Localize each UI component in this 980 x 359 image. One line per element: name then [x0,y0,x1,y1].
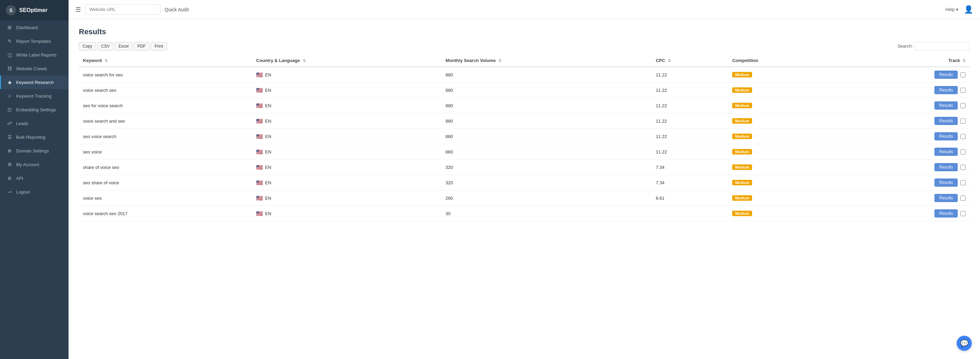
language-0: EN [265,72,271,78]
sidebar-item-domain-settings[interactable]: ⊕ Domain Settings [0,144,68,157]
sidebar-item-bulk-reporting[interactable]: ☰ Bulk Reporting [0,130,68,144]
cell-track-8: Results [840,191,970,206]
csv-button[interactable]: CSV [97,42,113,50]
sidebar-label-report-templates: Report Templates [16,39,51,44]
table-row: share of voice seo 🇺🇸 EN 320 7.34 Medium… [79,160,970,175]
cell-country-4: 🇺🇸 EN [252,129,441,144]
results-button-5[interactable]: Results [934,148,958,156]
search-input[interactable] [915,42,970,50]
sidebar-item-dashboard[interactable]: ⊞ Dashboard [0,21,68,34]
results-button-9[interactable]: Results [934,209,958,218]
cell-country-7: 🇺🇸 EN [252,175,441,191]
track-checkbox-5[interactable] [961,149,966,154]
flag-icon-1: 🇺🇸 [256,87,263,94]
track-checkbox-8[interactable] [961,195,966,201]
chat-bubble[interactable]: 💬 [957,336,972,351]
excel-button[interactable]: Excel [115,42,132,50]
track-checkbox-6[interactable] [961,165,966,170]
language-9: EN [265,211,271,216]
track-checkbox-7[interactable] [961,180,966,185]
sidebar-item-keyword-research[interactable]: ◈ Keyword Research [0,75,68,89]
cell-cpc-0: 11.22 [652,67,728,83]
results-button-0[interactable]: Results [934,71,958,79]
competition-badge-2: Medium [732,103,752,108]
track-checkbox-4[interactable] [961,134,966,139]
language-4: EN [265,134,271,139]
keyword-tracking-icon: ⊹ [6,93,13,98]
logo-text: SEOptimer [19,7,48,13]
results-button-2[interactable]: Results [934,102,958,110]
cell-msv-9: 30 [442,206,652,221]
cell-keyword-9: voice search seo 2017 [79,206,252,221]
keyword-sort-icon[interactable]: ⇅ [105,59,108,63]
results-button-4[interactable]: Results [934,132,958,140]
cpc-sort-icon[interactable]: ⇅ [668,59,671,63]
help-button[interactable]: Help ▾ [945,7,958,12]
white-label-reports-icon: ◫ [6,52,13,57]
sidebar-item-keyword-tracking[interactable]: ⊹ Keyword Tracking [0,89,68,103]
competition-badge-5: Medium [732,149,752,154]
table-row: voice search seo 2017 🇺🇸 EN 30 Medium Re… [79,206,970,221]
flag-icon-2: 🇺🇸 [256,102,263,109]
cell-country-9: 🇺🇸 EN [252,206,441,221]
cell-keyword-7: seo share of voice [79,175,252,191]
cell-competition-2: Medium [728,98,840,113]
country-sort-icon[interactable]: ⇅ [303,59,306,63]
track-checkbox-2[interactable] [961,103,966,108]
sidebar-label-white-label-reports: White Label Reports [16,52,57,57]
col-cpc: CPC ⇅ [652,54,728,67]
col-msv: Monthly Search Volume ⇅ [442,54,652,67]
sidebar-item-report-templates[interactable]: ✎ Report Templates [0,34,68,48]
table-row: seo share of voice 🇺🇸 EN 320 7.34 Medium… [79,175,970,191]
hamburger-icon[interactable]: ☰ [75,6,81,13]
col-country-language: Country & Language ⇅ [252,54,441,67]
quick-audit-button[interactable]: Quick Audit [164,7,189,12]
cell-msv-8: 260 [442,191,652,206]
cell-track-1: Results [840,83,970,98]
results-button-6[interactable]: Results [934,163,958,171]
sidebar-item-embedding-settings[interactable]: ⊡ Embedding Settings [0,103,68,116]
msv-sort-icon[interactable]: ⇅ [498,59,501,63]
track-checkbox-1[interactable] [961,88,966,93]
sidebar-item-white-label-reports[interactable]: ◫ White Label Reports [0,48,68,62]
cell-keyword-8: voice seo [79,191,252,206]
track-checkbox-3[interactable] [961,119,966,124]
help-label: Help [945,7,955,12]
table-row: voice search seo 🇺🇸 EN 880 11.22 Medium … [79,83,970,98]
logo: S SEOptimer [0,0,68,21]
competition-badge-9: Medium [732,211,752,216]
sidebar-item-logout[interactable]: ⤻ Logout [0,185,68,199]
sidebar-item-website-crawls[interactable]: ⛓ Website Crawls [0,62,68,75]
cell-msv-0: 880 [442,67,652,83]
track-checkbox-0[interactable] [961,72,966,78]
sidebar-item-api[interactable]: ⊛ API [0,171,68,185]
cell-track-0: Results [840,67,970,83]
competition-badge-3: Medium [732,118,752,124]
language-7: EN [265,180,271,185]
results-button-1[interactable]: Results [934,86,958,94]
sidebar-label-keyword-tracking: Keyword Tracking [16,94,51,98]
cell-country-5: 🇺🇸 EN [252,144,441,160]
cell-cpc-7: 7.34 [652,175,728,191]
cell-keyword-1: voice search seo [79,83,252,98]
results-button-3[interactable]: Results [934,117,958,125]
print-button[interactable]: Print [151,42,167,50]
cell-track-6: Results [840,160,970,175]
sidebar-label-logout: Logout [16,189,30,195]
copy-button[interactable]: Copy [79,42,96,50]
results-button-8[interactable]: Results [934,194,958,202]
cell-cpc-4: 11.22 [652,129,728,144]
url-input[interactable] [85,4,161,15]
sidebar-item-my-account[interactable]: ⚙ My Account [0,157,68,171]
cell-country-8: 🇺🇸 EN [252,191,441,206]
pdf-button[interactable]: PDF [134,42,150,50]
api-icon: ⊛ [6,175,13,181]
cell-country-2: 🇺🇸 EN [252,98,441,113]
sidebar-item-leads[interactable]: ☍ Leads [0,116,68,130]
user-icon[interactable]: 👤 [964,5,973,14]
track-sort-icon[interactable]: ⇅ [963,59,966,63]
track-checkbox-9[interactable] [961,211,966,216]
results-button-7[interactable]: Results [934,178,958,187]
domain-settings-icon: ⊕ [6,148,13,154]
cell-keyword-2: seo for voice search [79,98,252,113]
